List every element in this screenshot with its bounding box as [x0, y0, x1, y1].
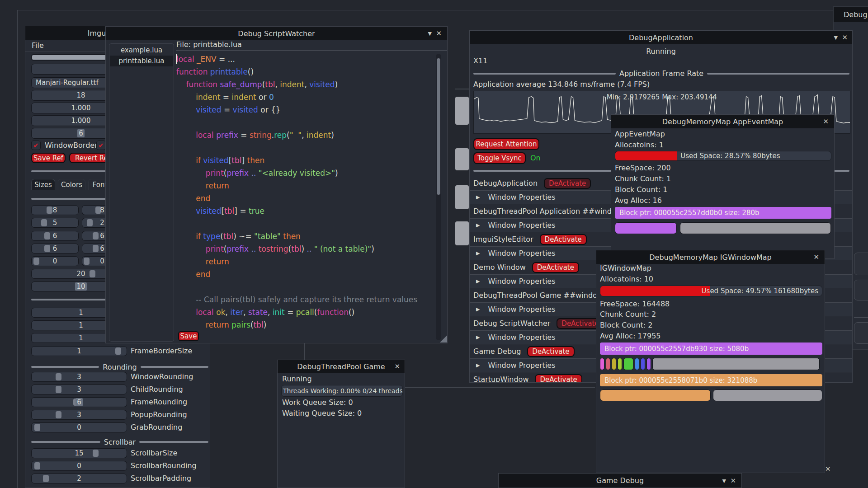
code-token: local: [196, 131, 214, 140]
rounding-slider[interactable]: 0: [31, 422, 127, 432]
code-token: prefix: [216, 131, 238, 140]
window-properties-label: Window Properties: [488, 361, 555, 370]
code-token: [176, 181, 206, 190]
request-attention-button[interactable]: Request Attention: [473, 138, 539, 150]
code-scrollbar-grab[interactable]: [437, 58, 440, 195]
deactivate-button[interactable]: DeActivate: [532, 262, 579, 273]
scrollbar-separator: Scrollbar: [31, 437, 208, 447]
block-ptr-bar: Block ptr: 000055c2557dd0b0 size: 280b: [615, 207, 831, 219]
code-token: [176, 232, 196, 241]
thread-pool-titlebar[interactable]: DebugThreadPool Game ✕: [278, 360, 405, 373]
slider-value: 3: [32, 410, 127, 419]
code-token: ,: [243, 308, 248, 317]
save-ref-button[interactable]: Save Ref: [31, 153, 66, 163]
slider-value: 6: [32, 231, 78, 240]
resize-grip[interactable]: [440, 335, 447, 343]
block-ptr-bar: Block ptr: 000055c2557db930 size: 5080b: [600, 343, 822, 355]
code-token: ): [371, 244, 374, 253]
close-icon[interactable]: ✕: [730, 477, 736, 485]
appeventmap-titlebar[interactable]: DebugMemoryMap AppEventMap ✕: [611, 115, 834, 128]
igwindowmap-titlebar[interactable]: DebugMemoryMap IGWindowMap ✕: [596, 250, 825, 264]
code-token: (: [250, 320, 254, 329]
close-icon[interactable]: ✕: [436, 29, 442, 38]
scrollbar-slider[interactable]: 0: [31, 461, 127, 471]
file-item[interactable]: example.lua: [110, 45, 173, 56]
frame-border-slider[interactable]: 1: [31, 346, 127, 356]
frame-average-text: Application average 134.846 ms/frame (7.…: [473, 80, 650, 89]
rounding-slider[interactable]: 3: [31, 372, 127, 382]
close-icon[interactable]: ✕: [823, 117, 829, 126]
background-widget-fragment: [854, 253, 868, 275]
background-widget-fragment: [854, 322, 868, 344]
code-editor[interactable]: local _ENV = ...function printtable() fu…: [176, 53, 436, 331]
rounding-slider[interactable]: 3: [31, 385, 127, 394]
chevron-right-icon: ▶: [476, 334, 480, 340]
memory-segment-row: [600, 358, 820, 370]
chevron-right-icon: ▶: [476, 194, 480, 200]
size-slider[interactable]: 8: [31, 205, 79, 215]
rounding-slider[interactable]: 6: [31, 397, 127, 407]
code-token: iter: [230, 308, 243, 317]
memory-segment-free: [652, 358, 820, 370]
tab-sizes[interactable]: Sizes: [31, 179, 55, 190]
deactivate-button[interactable]: DeActivate: [527, 346, 574, 357]
deactivate-button[interactable]: DeActivate: [544, 178, 591, 189]
code-token: =: [285, 308, 296, 317]
code-token: visited: [196, 105, 221, 114]
code-token: tostring: [259, 244, 288, 253]
code-token: then: [283, 232, 301, 241]
size-slider[interactable]: 0: [31, 256, 79, 266]
window-border-checkbox[interactable]: ✔: [31, 141, 41, 150]
code-token: tbl: [224, 206, 234, 216]
file-item[interactable]: printtable.lua: [110, 56, 173, 66]
close-icon[interactable]: ✕: [394, 362, 400, 371]
code-token: [176, 169, 206, 178]
code-token: =: [220, 93, 231, 102]
code-token: local: [196, 308, 214, 317]
memory-segment: [635, 358, 639, 370]
debug-partial-titlebar[interactable]: Debug: [834, 7, 868, 22]
collapse-icon[interactable]: ▼: [722, 478, 726, 483]
code-scrollbar-track[interactable]: [436, 54, 441, 340]
slider-label: ChildRounding: [131, 385, 183, 394]
selected-value: 10: [75, 282, 86, 291]
code-token: end: [196, 194, 210, 203]
tab-colors[interactable]: Colors: [58, 179, 85, 190]
size-slider[interactable]: 5: [31, 218, 79, 228]
free-space-text: FreeSpace: 164488: [600, 300, 670, 308]
slider-label: WindowRounding: [131, 372, 193, 382]
collapse-icon[interactable]: ▼: [428, 31, 432, 37]
code-token: ..: [251, 244, 256, 253]
scrollbar-slider[interactable]: 2: [31, 474, 127, 483]
background-close-icon[interactable]: ✕: [825, 465, 831, 473]
save-button[interactable]: Save: [178, 331, 199, 341]
code-token: (): [248, 67, 254, 76]
debug-application-titlebar[interactable]: DebugApplication ▼ ✕: [470, 31, 852, 44]
used-space-text: Used Space: 49.57% 161680bytes: [702, 286, 818, 296]
script-watcher-titlebar[interactable]: Debug ScriptWatcher ▼ ✕: [106, 27, 447, 40]
close-icon[interactable]: ✕: [842, 33, 848, 42]
deactivate-button[interactable]: DeActivate: [540, 234, 587, 245]
code-token: ,: [304, 80, 309, 89]
checkbox[interactable]: ✔: [96, 141, 106, 150]
scrollbar-slider[interactable]: 15: [31, 448, 127, 458]
scrollbar-section-label: Scrollbar: [104, 438, 136, 446]
size-slider[interactable]: 6: [31, 244, 79, 253]
toggle-vsync-button[interactable]: Toggle Vsync: [473, 152, 526, 164]
menu-file[interactable]: File: [32, 41, 44, 50]
game-debug-titlebar[interactable]: Game Debug ▼ ✕: [499, 474, 741, 488]
collapse-icon[interactable]: ▼: [834, 35, 838, 41]
close-icon[interactable]: ✕: [813, 253, 819, 261]
code-token: ): [335, 80, 338, 89]
code-token: =: [238, 131, 250, 140]
tree-row-label: DebugThreadPool Application ##window: [473, 207, 622, 216]
background-widget-fragment: [455, 97, 469, 125]
memory-segment: [646, 358, 651, 370]
size-slider[interactable]: 6: [31, 231, 79, 241]
block-count-text: Block Count: 1: [615, 185, 668, 194]
rounding-slider[interactable]: 3: [31, 410, 127, 420]
code-token: [176, 270, 196, 279]
code-line: if type(tbl) ~= "table" then: [176, 230, 436, 243]
deactivate-button[interactable]: DeActivate: [535, 374, 582, 383]
code-token: [176, 105, 196, 114]
